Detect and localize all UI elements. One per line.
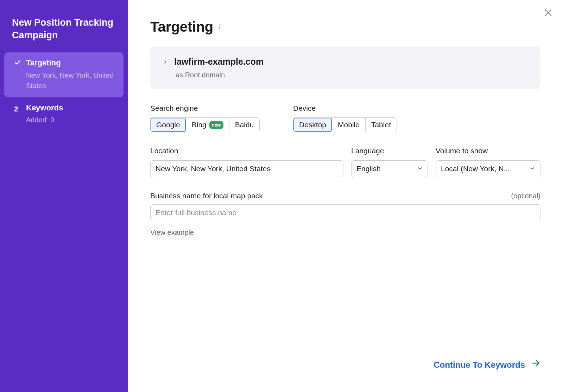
volume-select[interactable]: Local (New York, N... <box>436 160 540 177</box>
step-number: 2 <box>14 104 18 126</box>
step-sub: New York, New York, United States <box>26 70 116 91</box>
device-mobile[interactable]: Mobile <box>332 118 366 132</box>
search-engine-bing[interactable]: Bing new <box>186 118 229 132</box>
device-segmented: Desktop Mobile Tablet <box>293 117 397 132</box>
volume-value: Local (New York, N... <box>441 163 530 174</box>
device-tablet[interactable]: Tablet <box>366 118 397 132</box>
view-example-link[interactable]: View example <box>150 227 194 238</box>
search-engine-google[interactable]: Google <box>151 118 186 132</box>
sidebar-title: New Position Tracking Campaign <box>0 16 128 52</box>
device-label: Device <box>293 103 540 113</box>
step-targeting[interactable]: Targeting New York, New York, United Sta… <box>4 52 124 97</box>
location-label: Location <box>150 146 343 156</box>
chevron-right-icon <box>163 57 168 67</box>
volume-label: Volume to show <box>436 146 540 156</box>
search-engine-segmented: Google Bing new Baidu <box>150 117 260 132</box>
continue-button[interactable]: Continue To Keywords <box>434 359 540 371</box>
option-label: Tablet <box>371 121 391 129</box>
wizard-sidebar: New Position Tracking Campaign Targeting… <box>0 0 128 392</box>
check-icon <box>14 59 21 91</box>
language-select[interactable]: English <box>351 160 428 177</box>
device-desktop[interactable]: Desktop <box>293 118 332 132</box>
business-name-input[interactable] <box>150 204 540 221</box>
new-badge: new <box>209 121 223 129</box>
optional-label: (optional) <box>511 191 540 201</box>
language-label: Language <box>351 146 428 156</box>
business-label: Business name for local map pack <box>150 191 263 201</box>
arrow-right-icon <box>531 359 540 371</box>
language-value: English <box>356 163 417 174</box>
option-label: Baidu <box>235 121 254 129</box>
option-label: Desktop <box>299 121 326 129</box>
search-engine-baidu[interactable]: Baidu <box>229 118 260 132</box>
close-button[interactable] <box>541 6 555 20</box>
step-sub: Added: 0 <box>26 115 116 125</box>
step-keywords[interactable]: 2 Keywords Added: 0 <box>4 97 124 132</box>
page-title: Targeting i <box>150 17 540 37</box>
continue-label: Continue To Keywords <box>434 359 525 371</box>
close-icon <box>543 8 553 18</box>
step-label: Targeting <box>26 58 116 69</box>
location-input[interactable]: New York, New York, United States <box>150 160 343 177</box>
info-icon[interactable]: i <box>218 21 220 32</box>
page-title-text: Targeting <box>150 17 213 37</box>
search-engine-label: Search engine <box>150 103 284 113</box>
step-label: Keywords <box>26 103 116 114</box>
domain-mode: as Root domain <box>163 70 528 80</box>
chevron-down-icon <box>417 163 423 174</box>
domain-summary[interactable]: lawfirm-example.com as Root domain <box>150 46 540 89</box>
main-panel: Targeting i lawfirm-example.com as Root … <box>128 0 563 392</box>
domain-name: lawfirm-example.com <box>174 56 264 68</box>
location-value: New York, New York, United States <box>156 163 338 174</box>
option-label: Google <box>156 121 180 129</box>
chevron-down-icon <box>530 163 535 174</box>
option-label: Mobile <box>338 121 360 129</box>
option-label: Bing <box>192 121 207 129</box>
